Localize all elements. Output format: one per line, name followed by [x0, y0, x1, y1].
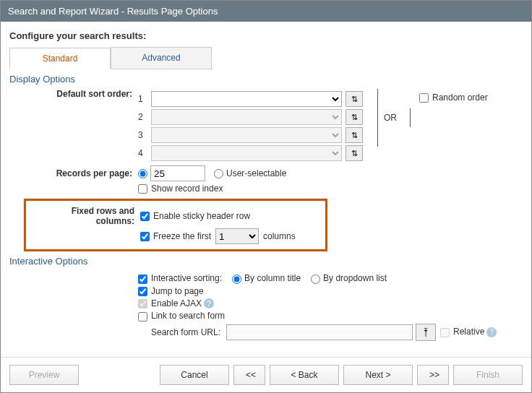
link-to-search-label[interactable]: Link to search form [138, 311, 225, 321]
by-dropdown-option[interactable]: By dropdown list [311, 273, 387, 283]
sort-dir-icon: ⇅ [351, 131, 358, 140]
dialog: Search and Report Wizard - Results Page … [0, 0, 532, 393]
random-order-checkbox[interactable] [419, 93, 429, 103]
sort-rows: 1 ⇅ 2 ⇅ 3 ⇅ 4 [138, 89, 363, 163]
interactive-options: Interactive sorting: By column title By … [9, 271, 523, 342]
sort-dir-icon: ⇅ [351, 149, 358, 158]
first-button[interactable]: << [233, 365, 265, 385]
sort-dir-4[interactable]: ⇅ [346, 145, 363, 161]
fixed-rows-label: Fixed rows and columns: [30, 206, 140, 226]
help-icon[interactable]: ? [486, 327, 497, 337]
records-user-option[interactable]: User-selectable [214, 168, 286, 178]
relative-checkbox[interactable] [440, 328, 450, 337]
sort-dir-icon: ⇅ [351, 95, 358, 104]
enable-ajax-label[interactable]: Enable AJAX [138, 298, 202, 308]
jump-to-page-checkbox[interactable] [138, 287, 147, 296]
freeze-columns-label[interactable]: Freeze the first [140, 231, 211, 241]
interactive-options-title: Interactive Options [9, 256, 523, 267]
back-button[interactable]: < Back [270, 365, 339, 385]
records-per-page-label: Records per page: [9, 168, 138, 178]
random-order-label[interactable]: Random order [419, 92, 488, 103]
tab-standard[interactable]: Standard [9, 48, 111, 69]
tab-advanced[interactable]: Advanced [111, 47, 212, 69]
help-icon[interactable]: ? [204, 298, 214, 308]
random-order-wrap: Random order [419, 89, 488, 106]
sort-dir-3[interactable]: ⇅ [346, 127, 363, 143]
by-dropdown-radio[interactable] [311, 275, 320, 284]
sort-num-3: 3 [138, 130, 148, 140]
sticky-header-checkbox[interactable] [140, 212, 150, 221]
search-form-url-label: Search form URL: [9, 327, 226, 337]
preview-button[interactable]: Preview [9, 365, 79, 385]
default-sort-label: Default sort order: [9, 89, 138, 99]
records-fixed-option[interactable] [138, 168, 150, 178]
tab-bar: Standard Advanced [9, 47, 213, 69]
freeze-suffix: columns [263, 231, 296, 241]
finish-button[interactable]: Finish [453, 365, 523, 385]
sort-num-4: 4 [138, 148, 148, 158]
cancel-button[interactable]: Cancel [160, 365, 229, 385]
by-column-option[interactable]: By column title [232, 273, 301, 283]
freeze-columns-checkbox[interactable] [140, 232, 150, 241]
jump-to-page-label[interactable]: Jump to page [138, 286, 204, 296]
title-text: Search and Report Wizard - Results Page … [8, 6, 218, 17]
sort-select-3[interactable] [151, 127, 342, 143]
interactive-sorting-checkbox[interactable] [138, 275, 147, 284]
sort-dir-2[interactable]: ⇅ [346, 109, 363, 125]
freeze-columns-select[interactable]: 1 [215, 228, 259, 244]
titlebar: Search and Report Wizard - Results Page … [1, 1, 531, 22]
content-area: Configure your search results: Standard … [1, 22, 531, 357]
link-to-search-checkbox[interactable] [138, 312, 147, 321]
browse-url-button[interactable]: ⭱ [416, 324, 436, 341]
interactive-sorting-label[interactable]: Interactive sorting: [138, 273, 222, 283]
sort-dir-1[interactable]: ⇅ [346, 91, 363, 107]
next-button[interactable]: Next > [343, 365, 413, 385]
enable-ajax-checkbox[interactable] [138, 299, 147, 308]
folder-icon: ⭱ [421, 327, 431, 337]
search-form-url-input[interactable] [226, 324, 413, 340]
footer-nav: Cancel << < Back Next > >> Finish [160, 365, 523, 385]
display-options: Default sort order: 1 ⇅ 2 ⇅ 3 [9, 89, 523, 196]
sort-select-1[interactable] [151, 91, 342, 107]
or-text: OR [384, 113, 397, 123]
fixed-rows-highlight: Fixed rows and columns: Enable sticky he… [24, 199, 327, 251]
relative-label[interactable]: Relative [440, 327, 484, 337]
or-divider: OR [377, 89, 411, 147]
show-record-index-label[interactable]: Show record index [138, 183, 223, 194]
sort-num-1: 1 [138, 94, 148, 104]
by-column-radio[interactable] [232, 275, 241, 284]
sticky-header-label[interactable]: Enable sticky header row [140, 211, 250, 221]
records-fixed-radio[interactable] [138, 169, 147, 178]
records-user-radio[interactable] [214, 169, 223, 178]
footer: Preview Cancel << < Back Next > >> Finis… [1, 357, 531, 392]
sort-dir-icon: ⇅ [351, 113, 358, 122]
records-per-page-input[interactable] [150, 165, 205, 181]
sort-select-4[interactable] [151, 145, 342, 161]
sort-select-2[interactable] [151, 109, 342, 125]
show-record-index-checkbox[interactable] [138, 184, 147, 194]
sort-num-2: 2 [138, 112, 148, 122]
page-heading: Configure your search results: [9, 30, 523, 41]
last-button[interactable]: >> [417, 365, 449, 385]
display-options-title: Display Options [9, 74, 523, 85]
